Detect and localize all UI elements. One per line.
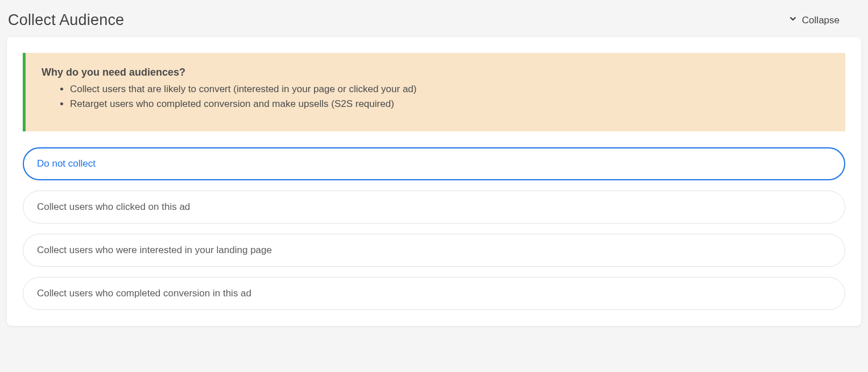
info-banner-title: Why do you need audiences? [42, 67, 829, 78]
option-do-not-collect[interactable]: Do not collect [23, 147, 845, 180]
section-header: Collect Audience Collapse [0, 0, 868, 37]
collapse-label: Collapse [802, 15, 840, 26]
info-banner-list: Collect users that are likely to convert… [42, 82, 829, 112]
info-bullet: Collect users that are likely to convert… [70, 82, 829, 97]
option-completed-conversion[interactable]: Collect users who completed conversion i… [23, 277, 845, 310]
chevron-down-icon [788, 14, 797, 26]
option-label: Collect users who completed conversion i… [37, 288, 251, 299]
info-banner: Why do you need audiences? Collect users… [23, 53, 845, 131]
option-interested-landing[interactable]: Collect users who were interested in you… [23, 234, 845, 267]
option-label: Do not collect [37, 158, 96, 169]
option-label: Collect users who were interested in you… [37, 245, 272, 255]
option-label: Collect users who clicked on this ad [37, 201, 190, 212]
info-bullet: Retarget users who completed conversion … [70, 97, 829, 111]
option-clicked-ad[interactable]: Collect users who clicked on this ad [23, 191, 845, 224]
collapse-button[interactable]: Collapse [788, 14, 860, 26]
audience-card: Why do you need audiences? Collect users… [7, 37, 861, 326]
section-title: Collect Audience [8, 11, 124, 29]
